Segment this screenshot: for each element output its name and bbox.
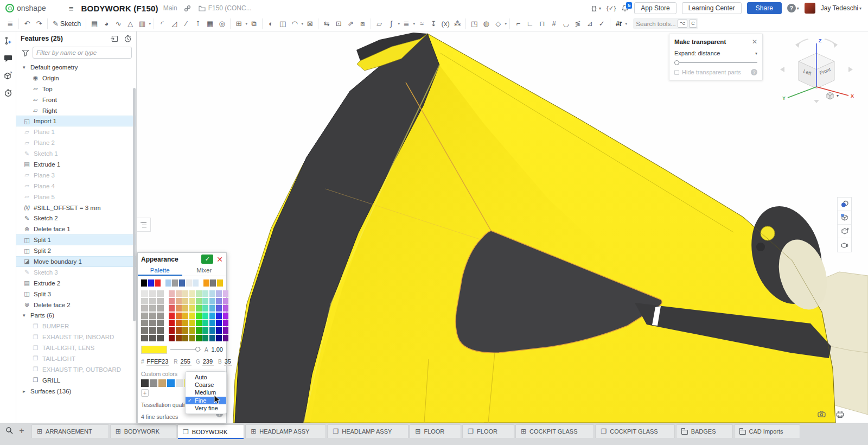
import-derived-icon[interactable]: ↧	[427, 18, 439, 29]
color-swatch[interactable]	[210, 279, 216, 287]
tree-item-bumper[interactable]: ❐BUMPER	[16, 321, 136, 332]
display-state-icon[interactable]	[838, 211, 851, 225]
chevron-icon[interactable]: ▾	[23, 65, 30, 70]
color-swatch[interactable]	[189, 327, 195, 334]
rib-icon[interactable]: ⊺	[192, 18, 204, 29]
blue-value[interactable]: 35	[224, 358, 232, 366]
tree-item-front[interactable]: ▱Front	[16, 94, 136, 105]
tree-item-right[interactable]: ▱Right	[16, 105, 136, 116]
chevron-icon[interactable]: ▸	[23, 389, 30, 394]
rollback-history-icon[interactable]	[124, 35, 132, 43]
color-swatch[interactable]	[149, 327, 156, 334]
helix-icon[interactable]: ≈	[416, 18, 427, 29]
sheet-metal-corner-icon[interactable]: ⊿	[584, 18, 596, 29]
linear-pattern-icon[interactable]: ⊞	[233, 18, 245, 29]
sheet-metal-flange-icon[interactable]: ⌐	[512, 18, 524, 29]
hide-transparent-checkbox[interactable]	[674, 70, 679, 75]
doc-tab-headlamp-assy[interactable]: ❐HEADLAMP ASSY	[327, 424, 409, 438]
color-swatch[interactable]	[182, 290, 188, 297]
color-swatch[interactable]	[186, 279, 192, 287]
curve-icon[interactable]: ∫	[385, 18, 397, 29]
breadcrumb[interactable]: F150 (CONC...	[199, 4, 252, 12]
workspace-name[interactable]: Main	[163, 4, 177, 12]
user-menu[interactable]: Jay Tedeschi ▾	[821, 4, 861, 12]
view-cube[interactable]: Left Front Z X Y	[776, 34, 857, 104]
color-swatch[interactable]	[176, 327, 182, 334]
color-swatch[interactable]	[157, 327, 164, 334]
sheet-metal-unfold-icon[interactable]: ◡	[560, 18, 572, 29]
tree-item-extrude-2[interactable]: ▤Extrude 2	[16, 278, 136, 289]
color-swatch[interactable]	[179, 279, 185, 287]
color-swatch[interactable]	[141, 320, 148, 326]
tree-group-default-geometry[interactable]: ▾Default geometry	[16, 62, 136, 73]
sheet-metal-model-icon[interactable]: ◇	[492, 18, 504, 29]
doc-tab-cockpit-glass[interactable]: ❐COCKPIT GLASS	[595, 424, 674, 438]
draft-icon[interactable]: ∕	[180, 18, 192, 29]
doc-tab-headlamp-assy[interactable]: ⊞HEADLAMP ASSY	[245, 424, 326, 438]
tree-item-import-1[interactable]: ◱Import 1	[16, 116, 136, 126]
color-swatch[interactable]	[172, 279, 178, 287]
color-swatch[interactable]	[216, 313, 222, 319]
color-swatch[interactable]	[202, 305, 208, 312]
color-swatch[interactable]	[149, 335, 156, 341]
assign-material-icon[interactable]: ◍	[480, 18, 492, 29]
color-swatch[interactable]	[157, 313, 164, 319]
filter-icon[interactable]	[22, 49, 29, 56]
color-swatch[interactable]	[209, 320, 215, 326]
snapshot-icon[interactable]	[817, 410, 827, 421]
chevron-down-icon[interactable]: ▾	[413, 21, 415, 26]
color-swatch[interactable]	[189, 290, 195, 297]
alpha-value[interactable]: 1.00	[212, 346, 223, 353]
color-swatch[interactable]	[196, 335, 202, 341]
section-view-icon[interactable]	[838, 225, 851, 238]
chevron-down-icon[interactable]: ▾	[505, 21, 507, 26]
transform-icon[interactable]: ⇗	[344, 18, 356, 29]
tree-item-plane-5[interactable]: ▱Plane 5	[16, 192, 136, 202]
tree-group-parts-6-[interactable]: ▾Parts (6)	[16, 310, 136, 321]
color-swatch[interactable]	[176, 298, 182, 304]
tessellation-option-coarse[interactable]: Coarse	[186, 381, 226, 389]
insert-feature-icon[interactable]	[3, 36, 13, 46]
feature-tree-toggle-icon[interactable]: ≣	[4, 18, 16, 29]
color-swatch[interactable]	[169, 290, 175, 297]
doc-tab-badges[interactable]: BADGES	[676, 424, 733, 438]
color-swatch[interactable]	[202, 320, 208, 326]
color-swatch[interactable]	[182, 305, 188, 312]
doc-tab-cockpit-glass[interactable]: ⊞COCKPIT GLASS	[515, 424, 595, 438]
doc-tab-floor[interactable]: ❐FLOOR	[462, 424, 514, 438]
link-icon[interactable]	[184, 5, 191, 12]
tree-item-exhaust-tip-inboard[interactable]: ❐EXHAUST TIP, INBOARD	[16, 332, 136, 342]
color-swatch[interactable]	[196, 290, 202, 297]
tree-item-origin[interactable]: ◉Origin	[16, 73, 136, 84]
search-tools-input[interactable]: Search tools... ⌥ C	[633, 18, 698, 29]
color-swatch[interactable]	[169, 327, 175, 334]
color-swatch[interactable]	[203, 279, 209, 287]
color-swatch[interactable]	[209, 290, 215, 297]
color-swatch[interactable]	[189, 313, 195, 319]
color-swatch[interactable]	[148, 279, 154, 287]
green-value[interactable]: 239	[202, 358, 214, 366]
tree-item-sketch-3[interactable]: ✎Sketch 3	[16, 267, 136, 278]
transparency-slider[interactable]	[674, 62, 757, 63]
composite-curve-icon[interactable]: ≣	[400, 18, 412, 29]
custom-color-swatch[interactable]	[167, 379, 175, 387]
color-swatch[interactable]	[182, 320, 188, 326]
learning-center-button[interactable]: Learning Center	[682, 2, 742, 14]
confirm-button[interactable]: ✓	[201, 255, 213, 264]
hole-icon[interactable]: ◎	[216, 18, 228, 29]
color-swatch[interactable]	[196, 327, 202, 334]
tree-item-move-boundary-1[interactable]: ◪Move boundary 1	[16, 256, 136, 267]
variable-icon[interactable]: (x)	[439, 18, 451, 29]
scrollbar[interactable]	[133, 88, 136, 321]
featurescript-icon[interactable]: {✓}	[607, 4, 616, 12]
color-swatch[interactable]	[169, 298, 175, 304]
tree-item-split-2[interactable]: ◫Split 2	[16, 245, 136, 256]
sheet-metal-flat-icon[interactable]: #	[548, 18, 560, 29]
chevron-down-icon[interactable]: ▾	[301, 21, 303, 26]
color-swatch[interactable]	[149, 305, 156, 312]
tree-item-sketch-2[interactable]: ✎Sketch 2	[16, 213, 136, 224]
undo-icon[interactable]: ↶	[21, 18, 33, 29]
custom-color-swatch[interactable]	[158, 379, 166, 387]
chevron-down-icon[interactable]: ▾	[149, 21, 151, 26]
color-swatch[interactable]	[165, 279, 171, 287]
